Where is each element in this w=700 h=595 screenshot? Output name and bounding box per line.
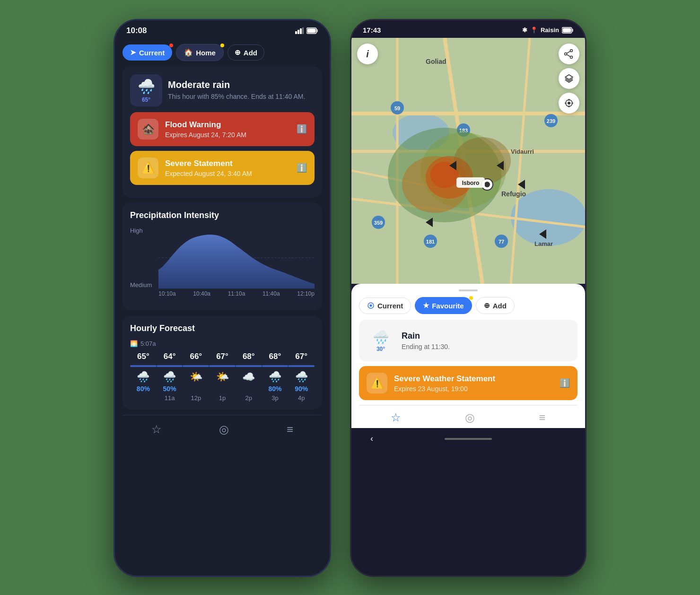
add-icon-2: ⊕ <box>484 301 490 310</box>
favorites-nav-1[interactable]: ☆ <box>151 423 162 436</box>
radar-nav-1[interactable]: ◎ <box>219 423 229 436</box>
sunrise-icon: 🌅 <box>130 340 138 347</box>
severe-weather-text-2: Severe Weather Statement Expires 23 Augu… <box>394 374 495 393</box>
settings-nav-2[interactable]: ≡ <box>539 411 545 424</box>
timeline-5 <box>262 365 289 367</box>
hourly-icon-5: 🌧️ <box>269 371 281 383</box>
back-button[interactable]: ‹ <box>370 434 373 444</box>
hourly-precip-3: - <box>221 385 224 393</box>
fav-dot <box>469 296 473 300</box>
svg-rect-2 <box>300 28 302 34</box>
severe-info-icon[interactable]: ℹ️ <box>297 163 307 173</box>
home-tab-1[interactable]: 🏠 Home <box>176 44 224 61</box>
svg-point-52 <box>570 50 573 52</box>
svg-rect-9 <box>572 29 574 32</box>
svg-text:181: 181 <box>426 239 435 245</box>
precip-title: Precipitation Intensity <box>130 210 315 220</box>
severe-info-icon-2[interactable]: ℹ️ <box>560 378 570 388</box>
svg-text:59: 59 <box>394 105 400 111</box>
bluetooth-icon: ✱ <box>522 26 527 34</box>
weather-desc-2: Ending at 11:30. <box>402 343 450 350</box>
svg-marker-57 <box>565 75 573 79</box>
weather-card-1: 🌧️ 65° Moderate rain This hour with 85% … <box>122 67 322 197</box>
hourly-icon-6: 🌧️ <box>295 371 308 383</box>
info-icon: i <box>366 49 369 60</box>
time-1: 10:08 <box>126 26 147 35</box>
hourly-card: Hourly Forecast 🌅 5:07a 65° 🌧️ 80% 64° 🌧… <box>122 316 322 409</box>
favourite-tab-label: Favourite <box>432 302 464 310</box>
precipitation-card: Precipitation Intensity High Medium <box>122 203 322 310</box>
hourly-precip-4: - <box>247 385 250 393</box>
share-button[interactable] <box>559 44 579 64</box>
svg-point-58 <box>568 102 570 105</box>
hourly-item-4: 68° ☁️ - 2p <box>236 352 262 402</box>
weather-main-1: 🌧️ 65° Moderate rain This hour with 85% … <box>130 74 315 106</box>
severe-subtitle: Expected August 24, 3:40 AM <box>165 170 252 177</box>
svg-rect-10 <box>563 28 571 32</box>
home-bar[interactable] <box>445 438 492 440</box>
battery-icon-2 <box>562 27 574 34</box>
bottom-nav-1: ☆ ◎ ≡ <box>122 415 322 444</box>
svg-rect-5 <box>317 29 318 32</box>
map-container[interactable]: Goliad Vidaurri Refugio Lamar 59 183 239… <box>351 38 585 284</box>
radar-nav-2[interactable]: ◎ <box>465 411 475 424</box>
temp-label-1: 65° <box>142 96 150 103</box>
hourly-temp-0: 65° <box>137 352 149 361</box>
sheet-tabs: Current ★ Favourite ⊕ Add <box>359 297 578 314</box>
location-status-icon: 📍 <box>530 26 538 34</box>
hourly-time-6: 4p <box>298 394 305 402</box>
weather-title-1: Moderate rain <box>168 79 305 90</box>
svg-point-49 <box>484 182 490 187</box>
svg-rect-3 <box>302 27 304 34</box>
time-2: 17:43 <box>363 26 381 34</box>
svg-text:239: 239 <box>547 118 555 124</box>
hourly-title: Hourly Forecast <box>130 324 315 333</box>
signal-icon <box>295 27 304 34</box>
favorites-nav-2[interactable]: ☆ <box>391 411 401 424</box>
flood-icon: 🏚️ <box>138 119 158 140</box>
bottom-sheet: Current ★ Favourite ⊕ Add 🌧️ 30° Rain En… <box>351 284 585 428</box>
weather-title-2: Rain <box>402 331 450 341</box>
status-icons-1 <box>295 27 318 34</box>
chart-y-labels: High Medium <box>130 227 152 289</box>
hourly-temp-5: 68° <box>269 352 281 361</box>
phone-1: 10:08 ➤ Current 🏠 H <box>114 19 331 577</box>
info-button[interactable]: i <box>357 44 378 64</box>
current-tab-1[interactable]: ➤ Current <box>122 44 172 61</box>
severe-title: Severe Statement <box>165 159 252 168</box>
time-1: 10:40a <box>193 290 210 297</box>
layers-button[interactable] <box>559 68 579 89</box>
flood-warning-card[interactable]: 🏚️ Flood Warning Expires August 24, 7:20… <box>130 112 315 146</box>
hourly-item-6: 67° 🌧️ 90% 4p <box>288 352 315 402</box>
svg-point-12 <box>511 189 585 246</box>
svg-rect-0 <box>295 31 297 34</box>
current-tab-label-2: Current <box>377 302 403 310</box>
my-location-icon <box>564 98 574 108</box>
favourite-tab[interactable]: ★ Favourite <box>415 297 472 314</box>
hourly-item-5: 68° 🌧️ 80% 3p <box>262 352 289 402</box>
sunrise-time: 5:07a <box>140 340 156 347</box>
severe-weather-icon-2: ⚠️ <box>367 373 387 394</box>
hourly-precip-0: 80% <box>137 385 150 393</box>
my-location-button[interactable] <box>559 93 579 114</box>
weather-info-temp-2: 30° <box>376 346 385 352</box>
add-tab-1[interactable]: ⊕ Add <box>228 44 264 61</box>
svg-point-53 <box>570 56 573 59</box>
flood-info-icon[interactable]: ℹ️ <box>297 124 307 134</box>
add-tab-2[interactable]: ⊕ Add <box>476 297 515 314</box>
severe-weather-title-2: Severe Weather Statement <box>394 374 495 384</box>
chart-area <box>158 227 315 289</box>
severe-statement-card[interactable]: ⚠️ Severe Statement Expected August 24, … <box>130 151 315 185</box>
current-tab-2[interactable]: Current <box>359 298 411 314</box>
notch <box>194 20 251 34</box>
hourly-time-2: 12p <box>191 394 201 402</box>
hourly-time-1: 11a <box>165 394 175 402</box>
time-3: 11:40a <box>262 290 280 297</box>
flood-subtitle: Expires August 24, 7:20 AM <box>165 131 246 139</box>
timeline-4 <box>236 365 262 367</box>
severe-weather-card-2[interactable]: ⚠️ Severe Weather Statement Expires 23 A… <box>359 366 578 400</box>
hourly-icon-3: 🌤️ <box>216 371 229 383</box>
svg-text:Isboro: Isboro <box>462 180 480 186</box>
map-controls-left: i <box>357 44 378 64</box>
settings-nav-1[interactable]: ≡ <box>287 423 293 436</box>
